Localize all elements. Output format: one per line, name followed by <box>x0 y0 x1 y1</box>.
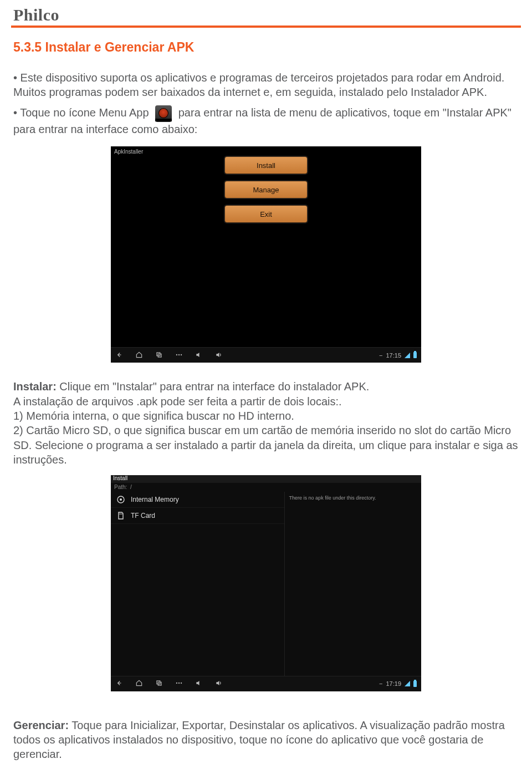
battery-icon <box>413 681 417 687</box>
wifi-signal-icon <box>405 681 410 686</box>
wifi-signal-icon <box>405 353 410 358</box>
path-row: Path: / <box>114 484 132 490</box>
instalar-p2: A instalação de arquivos .apk pode ser f… <box>11 394 521 409</box>
storage-list: Internal Memory TF Card <box>111 492 285 676</box>
gerenciar-label: Gerenciar: <box>13 719 69 731</box>
right-panel: There is no apk file under this director… <box>285 492 421 676</box>
svg-point-2 <box>176 354 177 355</box>
android-navbar: − 17:15 <box>111 347 421 363</box>
clock-text: 17:19 <box>386 680 401 687</box>
menu-icon[interactable] <box>175 351 183 360</box>
svg-point-11 <box>181 683 182 684</box>
menu-icon[interactable] <box>175 679 183 688</box>
android-navbar: − 17:19 <box>111 676 421 691</box>
brand-logo: Philco <box>11 0 521 26</box>
svg-point-6 <box>120 498 122 501</box>
back-icon[interactable] <box>115 351 123 360</box>
instalar-paragraph: Instalar: Clique em "Instalar" para entr… <box>11 379 521 394</box>
apk-installer-screenshot: ApkInstaller Install Manage Exit <box>111 146 421 363</box>
svg-point-3 <box>178 354 180 355</box>
instalar-p4: 2) Cartão Micro SD, o que significa busc… <box>11 423 521 467</box>
home-icon[interactable] <box>135 679 143 688</box>
list-item-label: TF Card <box>131 512 155 520</box>
volume-down-icon[interactable] <box>195 679 203 688</box>
sd-card-icon <box>116 511 125 520</box>
path-value: / <box>130 484 132 490</box>
manage-button[interactable]: Manage <box>224 181 308 198</box>
path-label: Path: <box>114 484 127 490</box>
volume-up-icon[interactable] <box>215 679 223 688</box>
list-item-tf-card[interactable]: TF Card <box>111 508 284 524</box>
install-button[interactable]: Install <box>224 156 308 174</box>
navbar-minus: − <box>379 680 382 687</box>
apk-installer-title: ApkInstaller <box>114 149 143 155</box>
volume-down-icon[interactable] <box>195 351 203 360</box>
empty-directory-message: There is no apk file under this director… <box>289 495 376 501</box>
paragraph-2: • Toque no ícone Menu App para entrar na… <box>11 105 521 136</box>
install-header: Install <box>111 475 421 483</box>
svg-point-10 <box>178 683 180 684</box>
gerenciar-text: Toque para Inicializar, Exportar, Desins… <box>13 719 505 761</box>
battery-icon <box>413 352 417 358</box>
recents-icon[interactable] <box>155 679 163 688</box>
paragraph-1: • Este dispositivo suporta os aplicativo… <box>11 70 521 100</box>
clock-text: 17:15 <box>386 352 401 359</box>
instalar-p3: 1) Memória interna, o que significa busc… <box>11 409 521 423</box>
recents-icon[interactable] <box>155 351 163 360</box>
section-title: 5.3.5 Instalar e Gerenciar APK <box>13 40 521 55</box>
list-item-label: Internal Memory <box>131 496 179 503</box>
volume-up-icon[interactable] <box>215 351 223 360</box>
instalar-label: Instalar: <box>13 380 57 393</box>
instalar-text: Clique em "Instalar" para entrar na inte… <box>57 380 370 393</box>
brand-divider <box>11 26 521 28</box>
install-browser-screenshot: Install Path: / Internal Memory TF Card <box>111 475 421 691</box>
navbar-minus: − <box>379 352 382 359</box>
list-item-internal-memory[interactable]: Internal Memory <box>111 492 284 508</box>
svg-point-4 <box>181 354 182 355</box>
back-icon[interactable] <box>115 679 123 688</box>
internal-memory-icon <box>116 495 125 504</box>
exit-button[interactable]: Exit <box>224 205 308 223</box>
svg-point-9 <box>176 683 177 684</box>
menu-app-icon <box>155 105 172 122</box>
gerenciar-paragraph: Gerenciar: Toque para Inicializar, Expor… <box>11 718 521 762</box>
para2-pre: • Toque no ícone Menu App <box>13 106 149 119</box>
home-icon[interactable] <box>135 351 143 360</box>
